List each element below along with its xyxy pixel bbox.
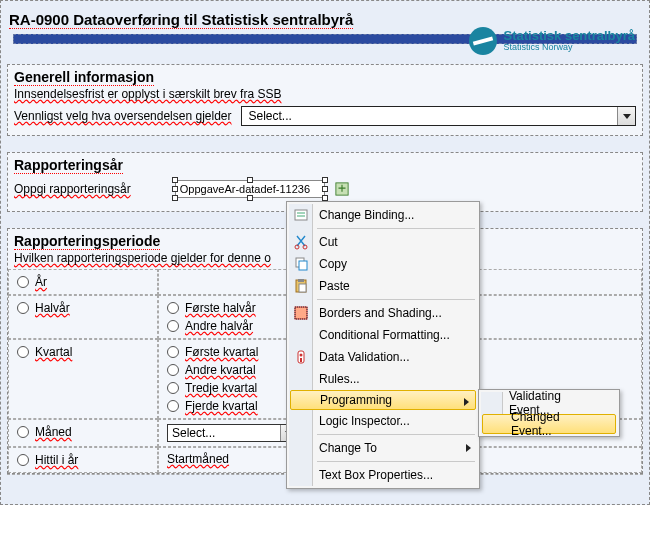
borders-icon	[293, 305, 309, 321]
radio-q1[interactable]: Første kvartal	[167, 344, 258, 360]
row-half-label-cell: Halvår	[8, 295, 158, 339]
copy-icon	[293, 256, 309, 272]
section-year-heading: Rapporteringsår	[14, 157, 123, 174]
ytd-value: Startmåned	[167, 452, 229, 466]
period-subtitle: Hvilken rapporteringsperiode gjelder for…	[14, 251, 271, 265]
menu-logic-inspector[interactable]: Logic Inspector...	[289, 410, 477, 432]
menu-cut[interactable]: Cut	[289, 231, 477, 253]
menu-copy[interactable]: Copy	[289, 253, 477, 275]
programming-submenu[interactable]: Validating Event... Changed Event...	[478, 389, 620, 437]
menu-paste[interactable]: Paste	[289, 275, 477, 297]
radio-year[interactable]: År	[17, 274, 47, 290]
radio-q4[interactable]: Fjerde kvartal	[167, 398, 258, 414]
form-title: RA-0900 Dataoverføring til Statistisk se…	[9, 11, 353, 29]
radio-q3[interactable]: Tredje kvartal	[167, 380, 257, 396]
menu-borders[interactable]: Borders and Shading...	[289, 302, 477, 324]
brand-subtitle: Statistics Norway	[503, 43, 635, 53]
oversendelse-select[interactable]: Select...	[241, 106, 636, 126]
row-year-label-cell: År	[8, 269, 158, 295]
menu-conditional-formatting[interactable]: Conditional Formatting...	[289, 324, 477, 346]
radio-quarter[interactable]: Kvartal	[17, 344, 72, 360]
menu-change-to[interactable]: Change To	[289, 437, 477, 459]
cut-icon	[293, 234, 309, 250]
menu-data-validation[interactable]: Data Validation...	[289, 346, 477, 368]
svg-rect-13	[300, 358, 302, 362]
menu-rules[interactable]: Rules...	[289, 368, 477, 390]
section-general-heading: Generell informasjon	[14, 69, 154, 86]
svg-rect-9	[295, 307, 307, 319]
form-header: RA-0900 Dataoverføring til Statistisk se…	[1, 1, 649, 48]
paste-icon	[293, 278, 309, 294]
radio-half[interactable]: Halvår	[17, 300, 70, 316]
svg-point-12	[300, 354, 303, 357]
brand-name: Statistisk sentralbyrå	[503, 29, 635, 43]
radio-ytd[interactable]: Hittil i år	[17, 452, 78, 468]
menu-programming[interactable]: Programming	[290, 390, 476, 410]
dropdown-button[interactable]	[617, 107, 635, 125]
binding-expression: OppgaveAr-datadef-11236	[180, 183, 310, 195]
binding-icon	[293, 207, 309, 223]
svg-rect-5	[299, 261, 307, 270]
svg-rect-7	[298, 279, 304, 282]
logo-mark-icon	[469, 27, 497, 55]
row-ytd-label-cell: Hittil i år	[8, 447, 158, 473]
submenu-arrow-icon	[466, 444, 471, 452]
menu-textbox-properties[interactable]: Text Box Properties...	[289, 464, 477, 486]
radio-half-1[interactable]: Første halvår	[167, 300, 256, 316]
section-period-heading: Rapporteringsperiode	[14, 233, 160, 250]
brand-logo: Statistisk sentralbyrå Statistics Norway	[469, 27, 635, 55]
smart-tag-icon[interactable]	[335, 182, 349, 196]
radio-q2[interactable]: Andre kvartal	[167, 362, 256, 378]
context-menu[interactable]: Change Binding... Cut Copy Paste Borders…	[286, 201, 480, 489]
validation-icon	[293, 349, 309, 365]
year-label: Oppgi rapporteringsår	[14, 182, 131, 196]
section-general: Generell informasjon Innsendelsesfrist e…	[7, 64, 643, 136]
year-textbox-control[interactable]: OppgaveAr-datadef-11236	[175, 180, 325, 198]
submenu-changed-event[interactable]: Changed Event...	[482, 414, 616, 434]
chevron-down-icon	[623, 114, 631, 119]
month-select[interactable]: Select...	[167, 424, 297, 442]
submenu-arrow-icon	[464, 398, 469, 406]
select-label: Vennligst velg hva oversendelsen gjelder	[14, 109, 231, 123]
row-quarter-label-cell: Kvartal	[8, 339, 158, 419]
select-value: Select...	[248, 109, 291, 123]
radio-half-2[interactable]: Andre halvår	[167, 318, 253, 334]
row-month-label-cell: Måned	[8, 419, 158, 447]
svg-rect-1	[295, 210, 307, 220]
radio-month[interactable]: Måned	[17, 424, 72, 440]
menu-change-binding[interactable]: Change Binding...	[289, 204, 477, 226]
general-info-text: Innsendelsesfrist er opplyst i særskilt …	[14, 85, 636, 103]
svg-rect-8	[299, 284, 306, 292]
